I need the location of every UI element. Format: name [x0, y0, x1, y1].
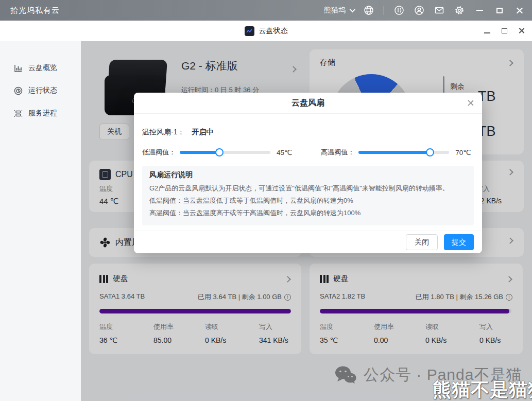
fan-status: 开启中 — [192, 128, 213, 136]
high-threshold-value: 70℃ — [455, 148, 471, 156]
child-minimize-button[interactable] — [484, 26, 490, 36]
close-button[interactable]: 关闭 — [406, 234, 438, 250]
chevron-down-icon — [350, 7, 355, 12]
settings-gear-icon[interactable] — [454, 5, 465, 15]
gauge-icon — [14, 86, 23, 95]
mail-icon[interactable] — [434, 5, 444, 15]
sidebar-item-label: 运行状态 — [28, 86, 57, 95]
fan-instructions-line: 高温阀值：当云盘温度高于或等于高温阀值时，云盘风扇的转速为100% — [149, 207, 467, 219]
low-threshold-slider[interactable] — [180, 151, 270, 154]
network-globe-icon[interactable] — [364, 5, 374, 15]
fan-settings-modal: 云盘风扇 温控风扇-1：开启中 低温阀值： 45℃ 高温阀值： 70℃ 风扇运行… — [134, 93, 482, 253]
child-close-button[interactable] — [519, 26, 525, 36]
window-close-button[interactable] — [514, 5, 525, 15]
submit-button[interactable]: 提交 — [444, 234, 474, 250]
fan-instructions-line: 低温阀值：当云盘温度低于或等于低温阀值时，云盘风扇的转速为0% — [149, 195, 467, 207]
fan-instructions-title: 风扇运行说明 — [149, 170, 467, 180]
sidebar-item-service-process[interactable]: 服务进程 — [0, 102, 81, 125]
dashboard-icon[interactable] — [394, 5, 404, 15]
app-title: 拾光坞私有云 — [10, 6, 60, 15]
slider-thumb[interactable] — [215, 148, 224, 156]
sidebar: 云盘概览 运行状态 服务进程 — [0, 41, 81, 401]
bar-chart-icon — [14, 64, 23, 73]
sidebar-item-label: 云盘概览 — [28, 63, 57, 73]
desktop-titlebar: 拾光坞私有云 熊猫坞 — [0, 0, 532, 21]
sidebar-item-overview[interactable]: 云盘概览 — [0, 57, 81, 79]
slider-thumb[interactable] — [426, 148, 434, 156]
sidebar-item-running-status[interactable]: 运行状态 — [0, 79, 81, 102]
fan-instructions-box: 风扇运行说明 G2产品的云盘风扇默认为开启状态，可通过设置"低温阀值"和"高温阀… — [142, 166, 474, 225]
fan-name-label: 温控风扇-1： — [142, 128, 184, 136]
fan-instructions-line: G2产品的云盘风扇默认为开启状态，可通过设置"低温阀值"和"高温阀值"来智能控制… — [149, 182, 467, 195]
window-titlebar: 云盘状态 — [0, 21, 532, 41]
cloud-status-app-icon — [245, 26, 254, 36]
process-icon — [14, 109, 23, 118]
window-maximize-button[interactable] — [494, 5, 505, 15]
sidebar-item-label: 服务进程 — [28, 109, 57, 118]
user-account-icon[interactable] — [414, 5, 424, 15]
toolbar-divider — [384, 6, 384, 15]
high-threshold-label: 高温阀值： — [321, 148, 354, 157]
high-threshold-slider[interactable] — [358, 151, 449, 154]
low-threshold-value: 45℃ — [277, 148, 292, 156]
child-maximize-button[interactable] — [502, 26, 507, 36]
window-minimize-button[interactable] — [474, 5, 485, 15]
window-title: 云盘状态 — [259, 26, 288, 36]
video-watermark-text: 熊猫不是猫猫 — [433, 377, 532, 401]
account-menu[interactable]: 熊猫坞 — [324, 6, 354, 15]
modal-close-icon[interactable] — [467, 99, 474, 106]
low-threshold-label: 低温阀值： — [142, 148, 176, 157]
account-name: 熊猫坞 — [324, 6, 346, 15]
modal-title: 云盘风扇 — [291, 98, 324, 109]
